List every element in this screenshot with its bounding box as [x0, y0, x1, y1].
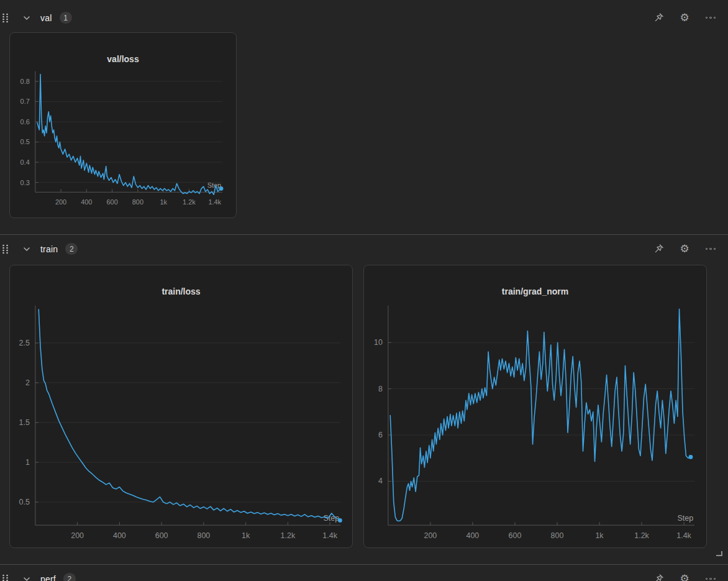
section-header-train: train 2 ⚙: [0, 235, 728, 263]
chart-panel-val-loss[interactable]: val/loss 0.30.40.50.60.70.82004006008001…: [9, 32, 237, 218]
svg-text:1.4k: 1.4k: [322, 531, 337, 540]
svg-text:400: 400: [113, 531, 126, 540]
svg-text:200: 200: [71, 531, 84, 540]
gear-icon[interactable]: ⚙: [679, 244, 690, 255]
svg-text:Step: Step: [207, 181, 221, 189]
chart-panel-train-grad-norm[interactable]: train/grad_norm 468102004006008001k1.2k1…: [363, 265, 707, 548]
svg-text:1: 1: [25, 458, 30, 467]
pin-icon[interactable]: [653, 12, 664, 24]
svg-text:4: 4: [378, 477, 383, 485]
svg-text:0.4: 0.4: [20, 158, 30, 166]
svg-text:0.5: 0.5: [19, 498, 30, 506]
svg-text:8: 8: [378, 385, 383, 393]
svg-text:0.8: 0.8: [20, 78, 30, 85]
svg-text:Step: Step: [677, 514, 693, 523]
ellipsis-menu-icon[interactable]: [705, 574, 716, 581]
svg-text:1.4k: 1.4k: [676, 531, 691, 540]
svg-text:2.5: 2.5: [19, 339, 30, 347]
svg-text:0.7: 0.7: [20, 98, 30, 105]
resize-handle-icon[interactable]: [716, 551, 722, 556]
svg-text:1.2k: 1.2k: [183, 198, 196, 206]
panel-section-val: val 1 ⚙ val/loss 0.30.40.50.60.70.820040…: [0, 0, 728, 234]
svg-text:1.5: 1.5: [19, 418, 30, 427]
chevron-down-icon[interactable]: [20, 242, 34, 256]
svg-text:600: 600: [155, 531, 168, 540]
drag-handle-icon[interactable]: [2, 13, 9, 23]
pin-icon[interactable]: [653, 244, 664, 255]
gear-icon[interactable]: ⚙: [679, 574, 690, 581]
svg-text:600: 600: [509, 531, 522, 540]
svg-text:800: 800: [197, 531, 210, 540]
workspace-page: val 1 ⚙ val/loss 0.30.40.50.60.70.820040…: [0, 0, 728, 581]
section-title: perf: [40, 574, 56, 581]
section-title: train: [40, 244, 58, 254]
chart-panel-train-loss[interactable]: train/loss 0.511.522.52004006008001k1.2k…: [9, 265, 353, 548]
train-grad-norm-chart[interactable]: 468102004006008001k1.2k1.4kStep: [364, 265, 706, 547]
svg-text:0.6: 0.6: [20, 118, 30, 126]
gear-icon[interactable]: ⚙: [679, 12, 690, 24]
section-count-badge: 2: [65, 243, 78, 255]
panel-section-perf: perf 2 ⚙: [0, 564, 728, 581]
pin-icon[interactable]: [653, 574, 664, 581]
svg-text:0.5: 0.5: [20, 139, 30, 146]
drag-handle-icon[interactable]: [2, 244, 9, 254]
train-loss-chart[interactable]: 0.511.522.52004006008001k1.2k1.4kStep: [10, 265, 352, 547]
svg-text:1.4k: 1.4k: [208, 198, 221, 206]
chevron-down-icon[interactable]: [20, 11, 34, 25]
panel-section-train: train 2 ⚙ train/loss 0.511.522.520040060…: [0, 234, 728, 564]
svg-text:1k: 1k: [595, 531, 604, 540]
svg-text:1.2k: 1.2k: [281, 531, 296, 540]
drag-handle-icon[interactable]: [2, 574, 9, 581]
svg-text:1k: 1k: [242, 531, 250, 540]
svg-text:400: 400: [466, 531, 480, 540]
svg-text:400: 400: [81, 198, 92, 206]
svg-text:0.3: 0.3: [20, 179, 30, 186]
svg-text:1k: 1k: [160, 198, 167, 206]
svg-text:1.2k: 1.2k: [634, 531, 649, 540]
chevron-down-icon[interactable]: [20, 572, 34, 581]
svg-text:10: 10: [374, 338, 383, 347]
val-loss-chart[interactable]: 0.30.40.50.60.70.82004006008001k1.2k1.4k…: [10, 33, 236, 217]
section-title: val: [40, 13, 52, 23]
section-header-perf: perf 2 ⚙: [0, 565, 728, 581]
svg-text:800: 800: [132, 198, 143, 206]
svg-text:600: 600: [106, 198, 117, 206]
svg-text:6: 6: [378, 431, 383, 439]
svg-text:200: 200: [424, 531, 437, 540]
ellipsis-menu-icon[interactable]: [705, 12, 716, 24]
section-count-badge: 1: [60, 12, 72, 24]
ellipsis-menu-icon[interactable]: [705, 244, 716, 255]
svg-text:800: 800: [551, 531, 564, 540]
section-header-val: val 1 ⚙: [0, 4, 728, 32]
svg-text:2: 2: [25, 378, 30, 387]
svg-text:200: 200: [55, 198, 66, 206]
section-count-badge: 2: [63, 573, 76, 581]
